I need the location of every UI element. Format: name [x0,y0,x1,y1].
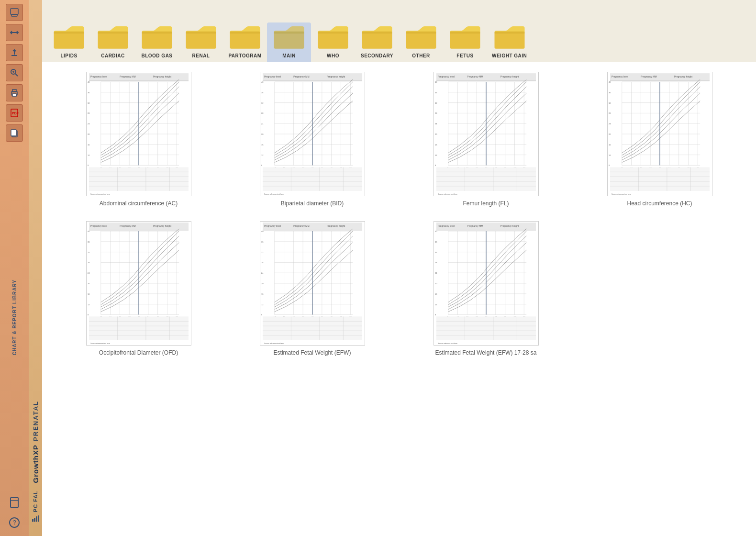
copy-icon[interactable] [6,124,23,142]
chart-item-ac: Pregnancy level Pregnancy MM Pregnancy h… [56,72,221,207]
folder-label-main: MAIN [282,53,296,58]
svg-rect-36 [318,32,348,49]
folder-label-fetus: FETUS [456,53,473,58]
brand-pc-fal: PC FAL [33,491,38,512]
svg-text:20: 20 [261,133,263,135]
svg-text:36: 36 [434,241,437,243]
chart-thumbnail-ofd[interactable]: Pregnancy level Pregnancy MM Pregnancy h… [86,221,191,346]
folder-icon-weight-gain [492,22,527,51]
chart-grid-row2: Pregnancy level Pregnancy MM Pregnancy h… [56,221,742,356]
folder-tab-secondary[interactable]: SECONDARY [355,22,399,62]
svg-text:32: 32 [434,251,436,254]
svg-text:40: 40 [434,81,437,83]
svg-rect-27 [98,32,128,34]
svg-text:36: 36 [87,91,89,94]
svg-text:24: 24 [608,123,611,125]
svg-rect-21 [34,518,35,522]
folder-label-lipids: LIPIDS [60,53,77,58]
svg-text:24: 24 [87,123,89,125]
svg-text:20: 20 [434,282,437,285]
folder-tab-partogram[interactable]: PARTOGRAM [223,22,267,62]
folder-label-who: WHO [327,53,339,58]
svg-text:12: 12 [87,303,89,306]
svg-text:28: 28 [434,112,437,114]
svg-text:16: 16 [261,144,263,146]
chart-item-efw2: Pregnancy level Pregnancy MM Pregnancy h… [404,221,568,356]
svg-rect-394 [436,316,535,340]
folder-tab-fetus[interactable]: FETUS [443,22,487,62]
folder-tab-weight-gain[interactable]: WEIGHT GAIN [487,22,532,62]
folder-tab-other[interactable]: OTHER [399,22,443,62]
svg-text:Pregnancy height: Pregnancy height [153,225,171,227]
svg-text:Source reference text here: Source reference text here [437,343,457,345]
search-zoom-icon[interactable] [6,64,23,81]
svg-text:Source reference text here: Source reference text here [264,343,283,345]
svg-text:28: 28 [261,112,263,114]
sidebar-icon-list: PDF CHART & REPORT LIBRARY [0,0,29,494]
svg-text:Pregnancy height: Pregnancy height [153,76,171,78]
chart-thumbnail-ac[interactable]: Pregnancy level Pregnancy MM Pregnancy h… [86,72,191,196]
help-icon[interactable]: ? [6,514,23,531]
export-icon[interactable] [6,4,23,21]
svg-text:Pregnancy level: Pregnancy level [437,225,454,227]
svg-text:Pregnancy height: Pregnancy height [326,76,345,78]
svg-text:12: 12 [87,154,89,156]
svg-rect-29 [142,32,172,34]
upload-icon[interactable] [6,44,23,61]
chart-thumbnail-fl[interactable]: Pregnancy level Pregnancy MM Pregnancy h… [434,72,539,196]
svg-text:8: 8 [87,164,89,167]
svg-text:Source reference text here: Source reference text here [437,193,457,195]
print-icon[interactable] [6,84,23,101]
folder-tab-main[interactable]: MAIN [267,22,311,62]
chart-item-efw: Pregnancy level Pregnancy MM Pregnancy h… [230,221,394,356]
svg-rect-22 [36,516,37,522]
svg-text:Pregnancy MM: Pregnancy MM [120,76,135,78]
folder-tab-lipids[interactable]: LIPIDS [47,22,91,62]
folder-icon-main [272,22,306,51]
svg-text:24: 24 [87,272,89,274]
chart-thumbnail-bid[interactable]: Pregnancy level Pregnancy MM Pregnancy h… [260,72,365,196]
svg-text:16: 16 [87,293,89,295]
svg-rect-28 [142,32,172,49]
svg-text:8: 8 [261,313,262,316]
chart-label-ac: Abdominal circumference (AC) [100,200,178,207]
svg-rect-88 [89,167,188,191]
folder-icon-secondary [360,22,394,51]
svg-rect-41 [406,32,436,34]
chart-thumbnail-efw2[interactable]: Pregnancy level Pregnancy MM Pregnancy h… [434,221,539,346]
svg-text:20: 20 [87,282,89,285]
svg-rect-241 [610,167,709,191]
chart-item-ofd: Pregnancy level Pregnancy MM Pregnancy h… [56,221,221,356]
svg-text:Pregnancy level: Pregnancy level [264,225,280,227]
folder-tab-renal[interactable]: RENAL [179,22,223,62]
svg-text:12: 12 [608,154,610,156]
bookmark-icon[interactable] [6,494,23,511]
svg-rect-35 [274,32,304,34]
svg-text:16: 16 [434,293,437,295]
svg-rect-343 [262,316,362,340]
folder-tab-blood-gas[interactable]: BLOOD GAS [135,22,179,62]
sidebar-bottom: ? [0,494,29,536]
folder-tab-cardiac[interactable]: CARDIAC [91,22,135,62]
arrows-icon[interactable] [6,24,23,41]
chart-thumbnail-efw[interactable]: Pregnancy level Pregnancy MM Pregnancy h… [260,221,365,346]
svg-rect-32 [230,32,260,49]
folder-icon-renal [184,22,218,51]
folder-label-other: OTHER [412,53,430,58]
svg-text:12: 12 [434,303,436,306]
svg-text:Source reference text here: Source reference text here [90,193,110,195]
chart-item-bid: Pregnancy level Pregnancy MM Pregnancy h… [230,72,394,207]
svg-text:36: 36 [261,91,263,94]
svg-text:8: 8 [434,164,436,167]
svg-text:40: 40 [434,230,437,233]
svg-rect-45 [494,32,524,34]
pdf-icon[interactable]: PDF [6,104,23,122]
chart-placeholder [578,221,742,356]
chart-thumbnail-hc[interactable]: Pregnancy level Pregnancy MM Pregnancy h… [607,72,712,196]
svg-rect-20 [32,519,33,522]
folder-icon-cardiac [96,22,130,51]
svg-text:16: 16 [261,293,263,295]
chart-grid-row1: Pregnancy level Pregnancy MM Pregnancy h… [56,72,742,207]
folder-tab-who[interactable]: WHO [311,22,355,62]
svg-rect-30 [186,32,216,49]
